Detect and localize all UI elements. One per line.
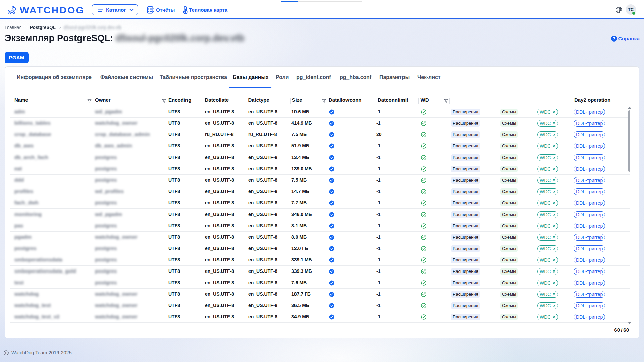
svg-text:?: ?	[613, 36, 615, 41]
svg-text:C: C	[5, 351, 7, 355]
